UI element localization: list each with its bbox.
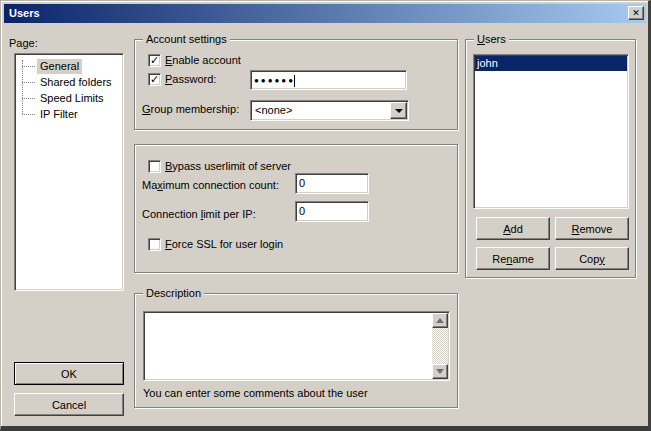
- copy-user-button[interactable]: Copy: [555, 247, 629, 270]
- tree-line: [22, 114, 35, 115]
- titlebar[interactable]: Users ✕: [4, 4, 646, 23]
- tree-line: [22, 98, 35, 99]
- group-membership-value: <none>: [255, 104, 292, 117]
- add-user-button[interactable]: Add: [476, 217, 550, 240]
- max-connection-count-input[interactable]: 0: [295, 173, 369, 194]
- bypass-userlimit-checkbox[interactable]: [148, 160, 161, 173]
- tree-line: [22, 82, 35, 83]
- connection-limit-per-ip-label: Connection limit per IP:: [142, 208, 256, 221]
- force-ssl-checkbox[interactable]: [148, 238, 161, 251]
- description-textarea[interactable]: [143, 311, 450, 381]
- description-title: Description: [143, 287, 204, 300]
- force-ssl-label: Force SSL for user login: [165, 238, 283, 251]
- tree-line: [22, 66, 35, 67]
- description-group: Description You can enter some comments …: [134, 293, 458, 408]
- tree-item-general[interactable]: General: [37, 59, 82, 74]
- scroll-up-button[interactable]: [432, 313, 448, 328]
- group-membership-select[interactable]: <none>: [250, 100, 409, 121]
- users-group: Users john Add Remove Rename Copy: [465, 39, 636, 278]
- text-caret: [294, 75, 295, 87]
- dropdown-button[interactable]: [390, 102, 407, 119]
- users-dialog: Users ✕ Page: General Shared folders Spe…: [0, 0, 651, 431]
- close-button[interactable]: ✕: [628, 6, 644, 20]
- close-icon: ✕: [632, 8, 640, 18]
- window-title: Users: [9, 7, 40, 19]
- page-tree[interactable]: General Shared folders Speed Limits IP F…: [14, 53, 124, 291]
- password-input[interactable]: ●●●●●●: [250, 70, 407, 90]
- description-hint: You can enter some comments about the us…: [143, 387, 368, 400]
- cancel-button[interactable]: Cancel: [14, 393, 124, 416]
- password-masked-value: ●●●●●●: [254, 76, 295, 85]
- connection-limit-per-ip-input[interactable]: 0: [295, 201, 369, 222]
- users-listbox[interactable]: john: [473, 54, 629, 209]
- account-settings-group: Account settings ✓ Enable account ✓ Pass…: [134, 39, 458, 130]
- password-label: Password:: [165, 73, 216, 86]
- page-label: Page:: [9, 37, 38, 50]
- chevron-down-icon: [395, 109, 403, 117]
- limits-group: Bypass userlimit of server Maximum conne…: [134, 144, 458, 273]
- max-connection-count-label: Maximum connection count:: [142, 179, 279, 192]
- scroll-down-button[interactable]: [432, 364, 448, 379]
- description-scrollbar[interactable]: [432, 313, 448, 379]
- arrow-up-icon: [436, 314, 444, 323]
- account-settings-title: Account settings: [143, 33, 230, 46]
- enable-account-checkbox[interactable]: ✓: [148, 54, 161, 67]
- arrow-down-icon: [436, 369, 444, 378]
- tree-item-shared-folders[interactable]: Shared folders: [37, 75, 115, 90]
- group-membership-label: Group membership:: [142, 103, 239, 116]
- remove-user-button[interactable]: Remove: [555, 217, 629, 240]
- tree-item-ip-filter[interactable]: IP Filter: [37, 107, 81, 122]
- enable-account-label: Enable account: [165, 54, 241, 67]
- ok-button[interactable]: OK: [14, 362, 124, 385]
- rename-user-button[interactable]: Rename: [476, 247, 550, 270]
- password-checkbox[interactable]: ✓: [148, 73, 161, 86]
- users-title: Users: [474, 33, 509, 46]
- user-list-item[interactable]: john: [475, 56, 627, 71]
- tree-line: [22, 60, 23, 114]
- tree-item-speed-limits[interactable]: Speed Limits: [37, 91, 107, 106]
- bypass-userlimit-label: Bypass userlimit of server: [165, 160, 291, 173]
